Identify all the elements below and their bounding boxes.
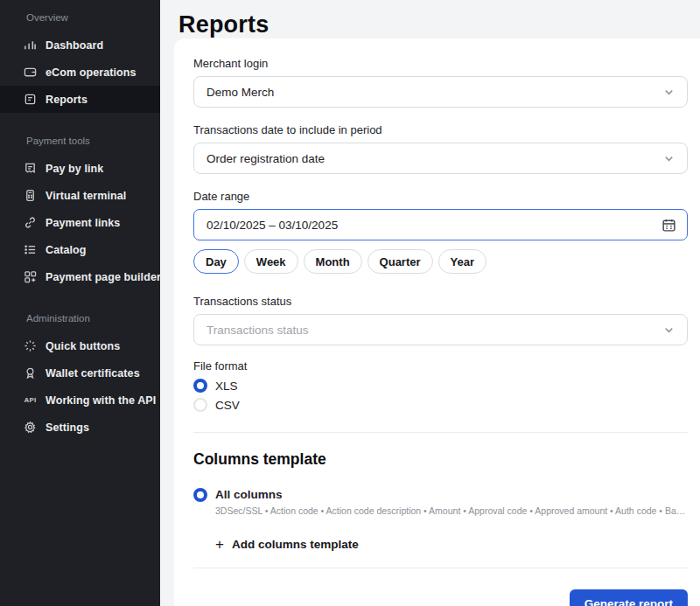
transactions-status-select[interactable]: Transactions status: [193, 314, 688, 345]
sidebar-item-catalog[interactable]: Catalog: [0, 236, 160, 263]
sidebar-item-settings[interactable]: Settings: [0, 414, 160, 441]
builder-grid-icon: [23, 269, 38, 284]
chevron-down-icon: [663, 87, 675, 101]
sidebar: Overview Dashboard eCom operations Repor…: [0, 0, 160, 606]
main-content: Reports Merchant login Demo Merch Transa…: [160, 0, 700, 606]
sidebar-item-label: eCom operations: [46, 66, 136, 79]
file-format-option-label: CSV: [215, 399, 240, 412]
date-range-value: 02/10/2025 – 03/10/2025: [206, 219, 338, 232]
transactions-date-value: Order registration date: [206, 152, 325, 165]
add-columns-template-label: Add columns template: [232, 538, 359, 551]
date-range-field-group: Date range 02/10/2025 – 03/10/2025 Day W…: [193, 190, 688, 274]
pill-year[interactable]: Year: [438, 249, 486, 274]
file-format-option-csv[interactable]: CSV: [193, 395, 688, 414]
sidebar-item-payment-links[interactable]: Payment links: [0, 209, 160, 236]
receipt-icon: [23, 161, 38, 176]
calendar-icon[interactable]: [662, 218, 676, 235]
date-range-label: Date range: [193, 190, 688, 203]
chevron-down-icon: [663, 153, 675, 167]
gear-icon: [23, 420, 38, 435]
merchant-login-field-group: Merchant login Demo Merch: [193, 57, 688, 108]
page-title: Reports: [178, 11, 700, 38]
sidebar-item-label: Pay by link: [46, 163, 103, 175]
link-icon: [23, 215, 38, 230]
pill-month[interactable]: Month: [304, 249, 362, 274]
sidebar-item-reports[interactable]: Reports: [0, 86, 160, 113]
file-format-label: File format: [193, 359, 688, 373]
sidebar-section-payment-tools: Payment tools Pay by link Virtual termin…: [0, 129, 160, 290]
sidebar-item-label: Dashboard: [46, 39, 103, 52]
add-columns-template-button[interactable]: + Add columns template: [215, 537, 688, 552]
sidebar-item-ecom-operations[interactable]: eCom operations: [0, 59, 160, 86]
chevron-down-icon: [663, 324, 675, 338]
transactions-status-label: Transactions status: [193, 295, 688, 308]
certificate-icon: [23, 366, 38, 380]
transactions-date-select[interactable]: Order registration date: [193, 143, 688, 174]
transactions-status-field-group: Transactions status Transactions status: [193, 295, 688, 345]
list-icon: [23, 242, 38, 257]
sidebar-item-label: Quick buttons: [46, 340, 120, 352]
sidebar-item-label: Reports: [46, 94, 88, 106]
sidebar-item-label: Wallet certificates: [46, 367, 140, 380]
sidebar-item-label: Working with the API: [46, 394, 156, 407]
sidebar-item-label: Settings: [46, 421, 89, 434]
transactions-status-placeholder: Transactions status: [206, 324, 309, 337]
sidebar-item-label: Payment page builder: [46, 271, 161, 283]
sidebar-item-pay-by-link[interactable]: Pay by link: [0, 155, 160, 182]
columns-template-section: Columns template All columns 3DSec/SSL •…: [193, 450, 688, 552]
api-icon: API: [23, 393, 38, 407]
section-divider: [193, 432, 688, 433]
wallet-icon: [23, 65, 38, 80]
terminal-icon: [23, 188, 38, 203]
sparkle-icon: [23, 338, 38, 353]
file-format-field-group: File format XLS CSV: [193, 359, 688, 414]
sidebar-item-virtual-terminal[interactable]: Virtual terminal: [0, 182, 160, 209]
report-doc-icon: [23, 92, 38, 107]
all-columns-label: All columns: [215, 488, 283, 501]
sidebar-item-quick-buttons[interactable]: Quick buttons: [0, 332, 160, 359]
merchant-login-value: Demo Merch: [206, 86, 274, 99]
columns-template-heading: Columns template: [193, 450, 688, 469]
sidebar-item-label: Payment links: [46, 217, 120, 229]
sidebar-section-overview: Overview Dashboard eCom operations Repor…: [0, 5, 160, 113]
merchant-login-select[interactable]: Demo Merch: [193, 76, 688, 108]
radio-selected-icon: [193, 488, 207, 502]
sidebar-section-header: Overview: [0, 5, 160, 31]
sidebar-item-working-with-api[interactable]: API Working with the API: [0, 387, 160, 414]
all-columns-option[interactable]: All columns: [193, 488, 688, 502]
radio-selected-icon: [193, 379, 207, 393]
radio-unselected-icon: [193, 398, 207, 412]
merchant-login-label: Merchant login: [193, 57, 688, 70]
sidebar-section-header: Payment tools: [0, 129, 160, 155]
columns-preview-text: 3DSec/SSL • Action code • Action code de…: [215, 505, 688, 516]
pill-week[interactable]: Week: [244, 249, 298, 274]
sidebar-item-wallet-certificates[interactable]: Wallet certificates: [0, 359, 160, 387]
bar-chart-icon: [23, 38, 38, 52]
form-footer: Generate report: [193, 552, 688, 606]
pill-quarter[interactable]: Quarter: [368, 249, 433, 274]
page-header: Reports: [160, 0, 700, 38]
generate-report-button[interactable]: Generate report: [570, 589, 688, 606]
file-format-option-label: XLS: [215, 380, 238, 393]
sidebar-section-administration: Administration Quick buttons Wallet cert…: [0, 306, 160, 441]
transactions-date-label: Transactions date to include in period: [193, 123, 688, 136]
file-format-option-xls[interactable]: XLS: [193, 376, 688, 395]
sidebar-item-dashboard[interactable]: Dashboard: [0, 31, 160, 59]
reports-form-card: Merchant login Demo Merch Transactions d…: [174, 38, 700, 606]
pill-day[interactable]: Day: [193, 249, 239, 274]
date-range-input[interactable]: 02/10/2025 – 03/10/2025: [193, 209, 688, 240]
sidebar-item-label: Virtual terminal: [46, 190, 126, 202]
sidebar-section-header: Administration: [0, 306, 160, 332]
plus-icon: +: [215, 537, 224, 552]
transactions-date-field-group: Transactions date to include in period O…: [193, 123, 688, 174]
sidebar-item-label: Catalog: [46, 244, 87, 256]
period-pills: Day Week Month Quarter Year: [193, 249, 688, 274]
sidebar-item-payment-page-builder[interactable]: Payment page builder: [0, 263, 160, 290]
